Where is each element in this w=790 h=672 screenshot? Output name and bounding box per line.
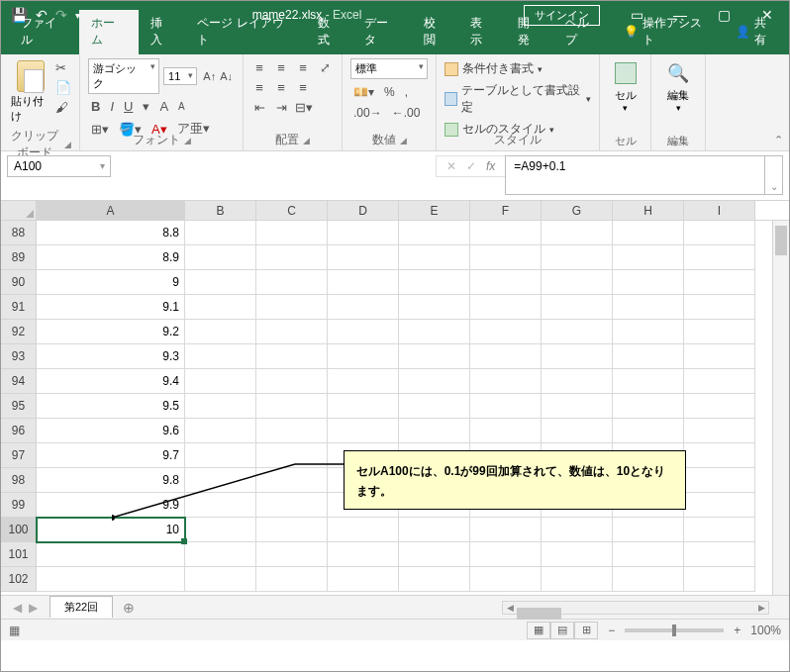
cell[interactable] xyxy=(684,542,755,567)
tab-insert[interactable]: 挿入 xyxy=(139,10,186,54)
zoom-out-icon[interactable]: − xyxy=(608,624,615,637)
font-size-combo[interactable]: 11 xyxy=(163,67,197,85)
cell[interactable] xyxy=(684,419,755,443)
cell[interactable] xyxy=(399,245,470,270)
cell[interactable] xyxy=(399,270,470,295)
comma-icon[interactable]: , xyxy=(402,84,411,100)
cell[interactable] xyxy=(256,443,328,468)
tab-developer[interactable]: 開発 xyxy=(506,10,553,54)
tab-file[interactable]: ファイル xyxy=(9,10,79,54)
sheet-tab[interactable]: 第22回 xyxy=(49,596,113,618)
format-painter-icon[interactable]: 🖌 xyxy=(55,100,71,115)
row-header[interactable]: 102 xyxy=(1,567,37,592)
italic-button[interactable]: I xyxy=(107,98,117,115)
tab-help[interactable]: ヘルプ xyxy=(553,10,612,54)
currency-icon[interactable]: 💴▾ xyxy=(350,84,377,100)
cell[interactable] xyxy=(328,542,399,567)
cell[interactable] xyxy=(542,245,613,270)
align-middle-icon[interactable]: ≡ xyxy=(273,60,289,75)
cell[interactable]: 8.8 xyxy=(37,221,185,245)
cell[interactable] xyxy=(613,369,684,394)
row-header[interactable]: 95 xyxy=(1,394,37,419)
zoom-slider[interactable] xyxy=(625,628,724,632)
cell[interactable] xyxy=(328,221,399,245)
formula-input[interactable]: =A99+0.1 xyxy=(505,155,765,195)
cell[interactable] xyxy=(328,369,399,394)
cell[interactable] xyxy=(542,518,613,542)
align-right-icon[interactable]: ≡ xyxy=(295,80,311,95)
tab-nav-next-icon[interactable]: ▶ xyxy=(29,601,38,615)
cell[interactable] xyxy=(399,542,470,567)
cell[interactable] xyxy=(542,320,613,344)
worksheet-grid[interactable]: A B C D E F G H I 888.8898.9909919.1929.… xyxy=(1,201,789,595)
cell[interactable] xyxy=(684,221,755,245)
cell[interactable] xyxy=(470,542,542,567)
page-layout-view-icon[interactable]: ▤ xyxy=(550,622,574,639)
cell[interactable] xyxy=(328,394,399,419)
cell[interactable] xyxy=(256,394,328,419)
col-header[interactable]: F xyxy=(470,201,542,220)
cell[interactable] xyxy=(542,394,613,419)
record-macro-icon[interactable]: ▦ xyxy=(9,624,20,637)
cell[interactable] xyxy=(613,542,684,567)
number-format-combo[interactable]: 標準 xyxy=(350,58,428,79)
increase-font-icon[interactable]: A↑ xyxy=(201,70,218,82)
col-header[interactable]: E xyxy=(399,201,470,220)
row-header[interactable]: 99 xyxy=(1,493,37,518)
enter-formula-icon[interactable]: ✓ xyxy=(466,159,476,173)
cell[interactable] xyxy=(185,320,256,344)
horizontal-scrollbar[interactable]: ◀▶ xyxy=(502,601,769,615)
tell-me-button[interactable]: 💡操作アシスト xyxy=(612,10,724,54)
normal-view-icon[interactable]: ▦ xyxy=(527,622,550,639)
cell[interactable] xyxy=(470,394,542,419)
cell[interactable] xyxy=(684,443,755,468)
row-header[interactable]: 101 xyxy=(1,542,37,567)
cell[interactable] xyxy=(470,344,542,369)
page-break-view-icon[interactable]: ⊞ xyxy=(574,622,598,639)
cell[interactable]: 9.6 xyxy=(37,419,185,443)
cell[interactable] xyxy=(185,245,256,270)
zoom-level[interactable]: 100% xyxy=(750,624,781,637)
cell[interactable] xyxy=(256,295,328,320)
row-header[interactable]: 98 xyxy=(1,468,37,493)
cell[interactable] xyxy=(542,221,613,245)
cell[interactable]: 10 xyxy=(37,518,185,542)
bold-button[interactable]: B xyxy=(88,98,103,115)
cell[interactable] xyxy=(256,542,328,567)
new-sheet-button[interactable]: ⊕ xyxy=(113,600,145,616)
cell[interactable] xyxy=(613,295,684,320)
cell[interactable] xyxy=(684,320,755,344)
cell[interactable] xyxy=(470,221,542,245)
cell[interactable] xyxy=(613,518,684,542)
tab-home[interactable]: ホーム xyxy=(79,10,138,54)
cell[interactable] xyxy=(399,518,470,542)
dialog-launcher-icon[interactable]: ◢ xyxy=(400,136,407,145)
cell[interactable] xyxy=(542,270,613,295)
tab-nav-prev-icon[interactable]: ◀ xyxy=(13,601,22,615)
cell[interactable] xyxy=(684,295,755,320)
col-header[interactable]: C xyxy=(256,201,328,220)
cell[interactable] xyxy=(470,320,542,344)
cell[interactable] xyxy=(399,419,470,443)
merge-icon[interactable]: ⊟▾ xyxy=(295,100,311,115)
cell[interactable]: 9.2 xyxy=(37,320,185,344)
cell[interactable] xyxy=(684,468,755,493)
cell[interactable] xyxy=(470,419,542,443)
cell[interactable] xyxy=(470,245,542,270)
cell[interactable]: 9.8 xyxy=(37,468,185,493)
increase-indent-icon[interactable]: ⇥ xyxy=(273,100,289,115)
cancel-formula-icon[interactable]: ✕ xyxy=(446,159,456,173)
col-header[interactable]: A xyxy=(37,201,185,220)
cell[interactable] xyxy=(542,295,613,320)
cell[interactable] xyxy=(328,270,399,295)
tab-review[interactable]: 校閲 xyxy=(412,10,459,54)
cell[interactable] xyxy=(613,270,684,295)
row-header[interactable]: 93 xyxy=(1,344,37,369)
cell[interactable] xyxy=(613,320,684,344)
col-header[interactable]: I xyxy=(684,201,755,220)
cell[interactable]: 9.9 xyxy=(37,493,185,518)
orientation-icon[interactable]: ⤢ xyxy=(317,60,333,75)
cell[interactable] xyxy=(256,245,328,270)
row-header[interactable]: 88 xyxy=(1,221,37,245)
percent-icon[interactable]: % xyxy=(381,84,398,100)
